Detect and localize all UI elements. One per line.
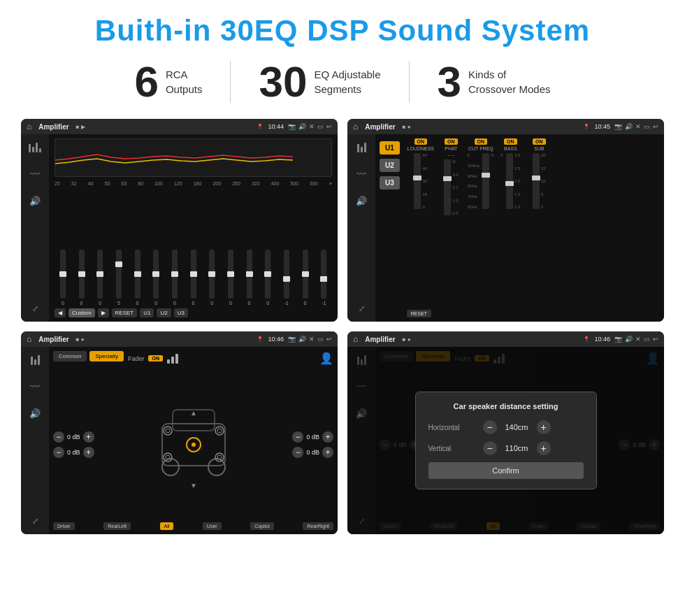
- eq-slider-4: 0: [129, 250, 146, 306]
- eq-slider-12: -1: [278, 250, 295, 306]
- param-cutfreq: ON CUT FREQ F 100Hz 90Hz 80Hz 70Hz: [468, 138, 494, 210]
- sidebar-eq-icon[interactable]: [26, 140, 44, 155]
- vol-minus-rr[interactable]: −: [292, 447, 303, 458]
- vol-value-fl: 0 dB: [67, 434, 80, 440]
- crossover-eq-icon[interactable]: [352, 140, 370, 155]
- s-win-icon: ▭: [317, 336, 324, 343]
- phat-on-badge[interactable]: ON: [445, 138, 458, 145]
- vertical-label: Vertical: [428, 445, 477, 452]
- eq-reset-btn[interactable]: RESET: [112, 308, 138, 317]
- vol-plus-fl[interactable]: +: [83, 431, 94, 443]
- distance-home-icon[interactable]: ⌂: [353, 334, 358, 344]
- eq-play-btn[interactable]: ▶: [98, 308, 109, 317]
- vertical-minus-btn[interactable]: −: [483, 441, 497, 455]
- loudness-on-badge[interactable]: ON: [414, 138, 428, 145]
- fader-on-badge[interactable]: ON: [148, 355, 163, 361]
- car-diagram-svg: ▲ ▼: [148, 396, 239, 494]
- exp-icon: ⤢: [359, 304, 365, 313]
- s-ret-icon[interactable]: ↩: [326, 336, 332, 343]
- eq-slider-14: -1: [315, 250, 332, 306]
- vol-minus-fr[interactable]: −: [292, 431, 303, 443]
- phat-label: PHAT: [445, 146, 457, 151]
- page-wrapper: Buith-in 30EQ DSP Sound System 6 RCA Out…: [0, 0, 685, 616]
- speaker-home-icon[interactable]: ⌂: [27, 334, 31, 344]
- speaker-tab-row: Common Specialty: [53, 351, 124, 361]
- speaker-expand-sidebar-icon[interactable]: ⤢: [26, 513, 44, 529]
- rearleft-btn[interactable]: RearLeft: [103, 522, 131, 530]
- eq-u2-btn[interactable]: U2: [157, 308, 171, 317]
- eq-prev-btn[interactable]: ◀: [55, 308, 66, 317]
- stat-crossover: 3 Kinds of Crossover Modes: [410, 60, 579, 103]
- wave-icon: 〰: [356, 169, 366, 180]
- vol-plus-fr[interactable]: +: [322, 431, 333, 443]
- sub-on-badge[interactable]: ON: [533, 138, 546, 145]
- crossover-app-title: Amplifier: [365, 123, 395, 131]
- eq-slider-1: 0: [73, 250, 90, 306]
- ret-icon[interactable]: ↩: [653, 123, 658, 130]
- vertical-plus-btn[interactable]: +: [537, 441, 551, 455]
- speaker-sidebar: 〰 🔊 ⤢: [21, 347, 49, 534]
- vol-minus-rl[interactable]: −: [53, 447, 64, 458]
- loudness-slider[interactable]: [414, 153, 421, 209]
- expand-arrows-icon: ⤢: [32, 304, 38, 313]
- cutfreq-slider[interactable]: [482, 153, 489, 209]
- crossover-u3-btn[interactable]: U3: [380, 176, 400, 189]
- speaker-eq-sidebar-icon[interactable]: [26, 352, 44, 368]
- svg-point-10: [164, 453, 172, 461]
- vol-plus-rl[interactable]: +: [83, 447, 94, 458]
- distance-modal: Car speaker distance setting Horizontal …: [415, 392, 597, 489]
- sidebar-speaker-icon[interactable]: 🔊: [26, 193, 44, 208]
- sub-label: SUB: [534, 146, 544, 151]
- eq-status-bar: ⌂ Amplifier ■ ▶ 📍 10:44 📷 🔊 ✕ ▭ ↩: [21, 119, 338, 134]
- copilot-btn[interactable]: Copilot: [250, 522, 274, 530]
- eq-status-icons: 📷 🔊 ✕ ▭ ↩: [288, 123, 332, 130]
- loudness-label: LOUDNESS: [408, 146, 435, 151]
- horizontal-minus-btn[interactable]: −: [483, 420, 497, 434]
- driver-btn[interactable]: Driver: [53, 522, 75, 530]
- sub-slider[interactable]: [533, 153, 540, 209]
- speaker-specialty-tab[interactable]: Specialty: [89, 351, 123, 361]
- eq-app-title: Amplifier: [38, 123, 68, 131]
- crossover-reset-btn[interactable]: RESET: [407, 310, 431, 317]
- param-phat: ON PHAT ~~ G: [439, 138, 463, 217]
- eq-custom-btn[interactable]: Custom: [68, 308, 95, 317]
- eq-time: 10:44: [268, 123, 284, 130]
- d-win-icon: ▭: [644, 336, 650, 343]
- speaker-speaker-sidebar-icon[interactable]: 🔊: [26, 406, 44, 421]
- speaker-common-tab[interactable]: Common: [53, 351, 87, 361]
- sidebar-expand-icon[interactable]: ⤢: [26, 301, 44, 316]
- crossover-wave-icon[interactable]: 〰: [352, 166, 370, 182]
- vol-plus-rr[interactable]: +: [322, 447, 333, 458]
- screenshots-grid: ⌂ Amplifier ■ ▶ 📍 10:44 📷 🔊 ✕ ▭ ↩: [21, 119, 664, 534]
- phat-slider[interactable]: [444, 159, 451, 215]
- home-icon[interactable]: ⌂: [27, 122, 31, 131]
- crossover-expand-icon[interactable]: ⤢: [352, 301, 370, 316]
- cam-icon: 📷: [614, 123, 622, 130]
- d-ret-icon[interactable]: ↩: [653, 336, 658, 343]
- bass-on-badge[interactable]: ON: [504, 138, 517, 145]
- cutfreq-on-badge[interactable]: ON: [475, 138, 488, 145]
- eq-slider-2: 0: [92, 250, 108, 306]
- crossover-speaker-icon[interactable]: 🔊: [352, 193, 370, 208]
- rearright-btn[interactable]: RearRight: [303, 522, 333, 530]
- crossover-sidebar: 〰 🔊 ⤢: [347, 134, 375, 322]
- crossover-home-icon[interactable]: ⌂: [353, 122, 358, 131]
- eq-sidebar: 〰 🔊 ⤢: [21, 134, 49, 322]
- confirm-button[interactable]: Confirm: [428, 462, 584, 479]
- crossover-u1-btn[interactable]: U1: [380, 141, 400, 155]
- d-x-icon: ✕: [635, 336, 641, 343]
- speaker-wave-sidebar-icon[interactable]: 〰: [26, 379, 44, 394]
- horizontal-plus-btn[interactable]: +: [537, 420, 551, 434]
- sidebar-wave-icon[interactable]: 〰: [26, 166, 44, 182]
- bass-slider[interactable]: [506, 153, 513, 209]
- eq-u3-btn[interactable]: U3: [174, 308, 188, 317]
- crossover-time: 10:45: [594, 123, 610, 130]
- eq-u1-btn[interactable]: U1: [140, 308, 154, 317]
- back-icon[interactable]: ↩: [326, 123, 332, 130]
- bass-label: BASS: [504, 146, 517, 151]
- vol-minus-fl[interactable]: −: [53, 431, 64, 443]
- crossover-u2-btn[interactable]: U2: [380, 159, 400, 172]
- all-btn[interactable]: All: [160, 522, 174, 530]
- car-diagram-area: − 0 dB + − 0 dB +: [53, 370, 333, 520]
- user-btn[interactable]: User: [203, 522, 222, 530]
